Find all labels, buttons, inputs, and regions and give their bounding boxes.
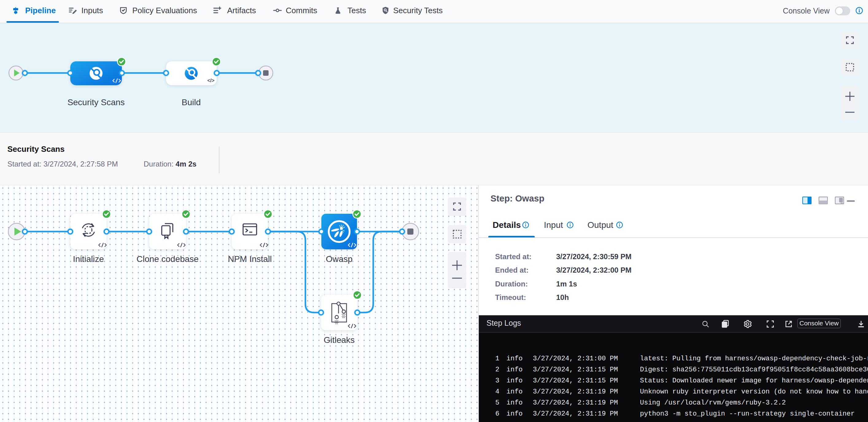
svg-text:Clone codebase: Clone codebase bbox=[136, 254, 198, 264]
svg-text:Owasp: Owasp bbox=[326, 254, 352, 264]
svg-text:Gitleaks: Gitleaks bbox=[323, 335, 354, 345]
svg-text:Security Scans: Security Scans bbox=[67, 98, 125, 107]
svg-text:Build: Build bbox=[182, 98, 201, 107]
svg-text:</>: </> bbox=[207, 78, 214, 83]
svg-text:NPM Install: NPM Install bbox=[228, 254, 272, 264]
svg-text:Initialize: Initialize bbox=[73, 254, 104, 264]
